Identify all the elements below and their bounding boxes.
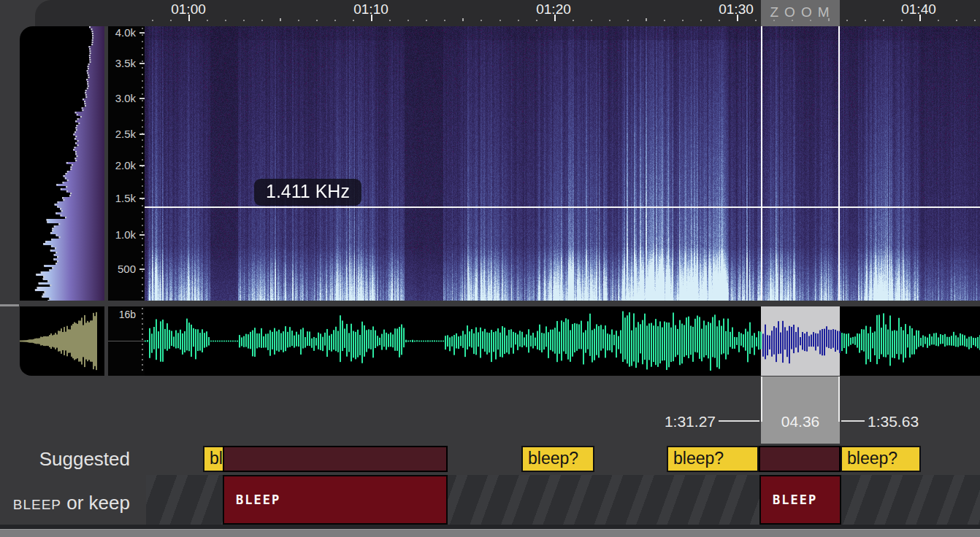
zoom-boundary-left[interactable] [761,26,762,301]
selection-connector-left [719,420,759,422]
bleep-or-keep-rest: or keep [61,492,130,514]
ruler-tick [627,20,629,21]
ruler-tick [573,20,574,21]
ruler-tick [536,20,537,21]
bleep-suggestion-badge[interactable]: bleep? [667,446,759,472]
zoom-boundary-right[interactable] [838,26,840,301]
ruler-tick [755,20,757,21]
ruler-tick [207,20,208,21]
frequency-axis: 4.0k 3.5k 3.0k 2.5k 2.0k 1.5k 1.0k 500 [108,26,145,301]
bleep-block[interactable]: BLEEP [759,475,841,525]
freq-major-tick [139,32,145,34]
accepted-bleep-region[interactable] [759,446,841,472]
panel-separator [0,304,19,306]
amplitude-zero-line [108,341,145,341]
waveform-canvas [145,306,980,376]
freq-tick-label: 500 [107,263,136,275]
ruler-tick [298,20,299,21]
freq-tick-label: 1.0k [107,229,136,241]
ruler-tick [389,20,391,21]
ruler-tick [938,20,939,21]
ruler-tick [353,20,354,21]
waveform[interactable] [145,306,980,376]
ruler-tick [462,18,464,21]
level-histogram-canvas [20,306,104,376]
time-label: 01:40 [886,1,952,18]
zoom-region-handle[interactable]: ZOOM [761,0,840,26]
selection-start-time: 1:31.27 [643,413,716,430]
freq-major-tick [139,63,145,64]
freq-major-tick [139,234,145,236]
ruler-tick [609,20,610,21]
ruler-tick [591,20,592,21]
ruler-tick [243,20,245,21]
timeline-ruler[interactable]: 01:00 01:10 01:20 01:30 01:40 ZOOM [35,0,980,26]
suggested-row-label: Suggested [0,448,130,471]
bit-depth-label: 16b [119,309,136,320]
bleep-keep-track[interactable]: BLEEP BLEEP [146,475,980,525]
ruler-tick [261,20,263,21]
freq-major-tick [139,268,145,270]
freq-tick-label: 1.5k [107,193,136,204]
level-histogram-panel [20,306,104,376]
ruler-tick [334,20,336,21]
spectrogram[interactable]: 1.411 KHz [145,26,980,301]
ruler-tick [316,20,318,21]
ruler-tick [225,20,226,21]
ruler-tick [646,18,647,21]
bleep-audio-editor: 01:00 01:10 01:20 01:30 01:40 ZOOM 4.0k … [0,0,980,537]
accepted-bleep-region[interactable] [223,446,448,472]
ruler-tick [554,15,556,21]
freq-major-tick [139,98,145,99]
ruler-tick [846,20,848,21]
freq-major-tick [139,198,145,199]
freq-tick-label: 3.5k [107,58,136,69]
ruler-tick [883,20,884,21]
ruler-tick [700,20,702,21]
amplitude-ticks [142,308,143,374]
selection-connector-right [841,420,865,422]
ruler-tick [974,20,976,21]
ruler-tick [170,20,172,21]
ruler-tick [682,20,684,21]
ruler-tick [956,20,957,21]
ruler-tick [152,20,153,21]
selection-edge-left[interactable] [761,376,762,422]
ruler-tick [407,20,409,21]
spectrogram-canvas [145,26,980,301]
bit-depth-panel: 16b [108,306,145,376]
bleep-suggestion-badge[interactable]: bleep? [841,446,921,472]
selection-duration-value: 04.36 [761,413,840,430]
frequency-spectrum-canvas [20,26,104,301]
bleep-or-keep-caps: BLEEP [13,497,61,512]
ruler-tick [518,20,519,21]
freq-tick-label: 2.0k [107,160,136,171]
ruler-tick [901,20,903,21]
ruler-tick [371,15,372,21]
freq-tick-label: 3.0k [107,93,136,104]
ruler-tick [188,15,190,21]
ruler-tick [919,15,921,21]
bleep-suggestion-badge[interactable]: bleep? [521,446,594,472]
waveform-selection[interactable] [761,306,840,376]
frequency-crosshair-label: 1.411 KHz [254,179,361,206]
ruler-tick [737,15,738,21]
ruler-tick [444,20,445,21]
freq-major-tick [139,134,145,135]
freq-tick-label: 2.5k [107,128,136,140]
bleep-or-keep-row-label: BLEEP or keep [0,492,130,514]
freq-major-tick [139,165,145,166]
ruler-tick [719,20,720,21]
ruler-tick [280,18,281,21]
ruler-tick [865,20,866,21]
horizontal-scrollbar[interactable] [0,529,980,537]
ruler-tick [481,20,482,21]
selection-edge-right[interactable] [838,376,840,422]
frequency-crosshair-line[interactable] [145,206,980,208]
frequency-spectrum-panel [20,26,104,301]
ruler-tick [499,20,501,21]
freq-minor-ticks [142,28,143,299]
selection-duration-box[interactable]: 04.36 [761,376,840,444]
bleep-block[interactable]: BLEEP [223,475,448,525]
freq-tick-label: 4.0k [107,27,136,39]
